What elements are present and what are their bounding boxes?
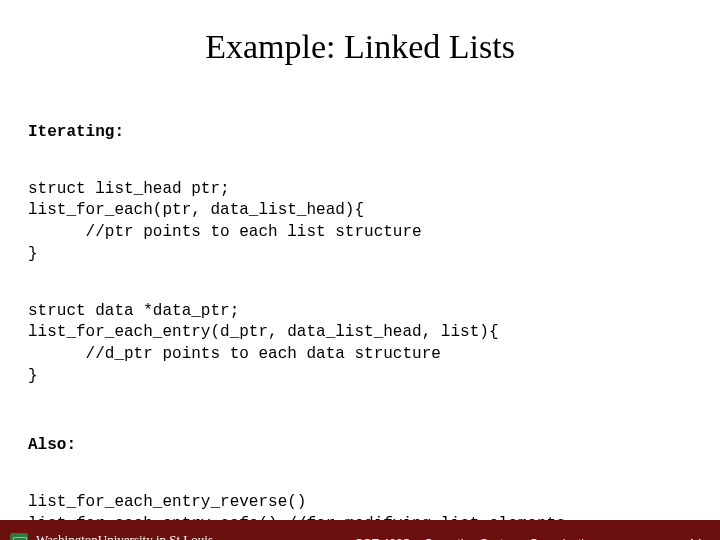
- logo-text: WashingtonUniversity in St.Louis JAMES M…: [36, 533, 237, 541]
- code-line: }: [28, 367, 38, 385]
- slide: Example: Linked Lists Iterating: struct …: [0, 28, 720, 540]
- code-line: struct data *data_ptr;: [28, 302, 239, 320]
- label-iterating: Iterating:: [28, 122, 692, 144]
- code-line: //d_ptr points to each data structure: [28, 345, 441, 363]
- slide-title: Example: Linked Lists: [0, 28, 720, 66]
- university-name: WashingtonUniversity in St.Louis: [36, 533, 237, 541]
- code-line: }: [28, 245, 38, 263]
- label-also: Also:: [28, 435, 692, 457]
- footer-logo: WashingtonUniversity in St.Louis JAMES M…: [0, 533, 310, 541]
- code-line: list_for_each(ptr, data_list_head){: [28, 201, 364, 219]
- code-line: list_for_each_entry(d_ptr, data_list_hea…: [28, 323, 498, 341]
- shield-icon: [10, 533, 28, 540]
- slide-body: Iterating: struct list_head ptr; list_fo…: [0, 88, 720, 540]
- code-block-2: struct data *data_ptr; list_for_each_ent…: [28, 301, 692, 387]
- footer-bar: WashingtonUniversity in St.Louis JAMES M…: [0, 520, 720, 540]
- code-block-1: struct list_head ptr; list_for_each(ptr,…: [28, 179, 692, 265]
- code-line: list_for_each_entry_reverse(): [28, 493, 306, 511]
- code-line: struct list_head ptr;: [28, 180, 230, 198]
- code-line: //ptr points to each list structure: [28, 223, 422, 241]
